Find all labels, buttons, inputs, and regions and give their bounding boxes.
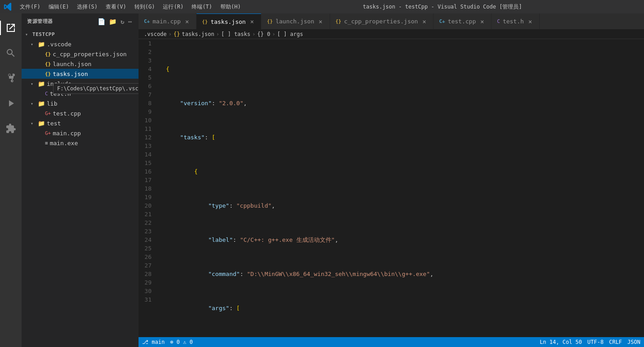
breadcrumb-sep2: ›	[216, 31, 219, 37]
collapse-icon[interactable]: ⋯	[127, 17, 133, 26]
tree-item-test-folder[interactable]: ▾ 📁 test	[22, 118, 139, 128]
ln-2: 2	[139, 48, 155, 56]
status-position[interactable]: Ln 14, Col 50	[540, 339, 582, 345]
test-folder-icon: 📁	[38, 120, 45, 127]
code-content[interactable]: { "version": "2.0.0", "tasks": [ {	[159, 39, 644, 337]
ln-25: 25	[139, 244, 155, 253]
menu-help[interactable]: 帮助(H)	[217, 1, 245, 13]
menu-select[interactable]: 选择(S)	[73, 1, 101, 13]
tab-main-cpp-icon: C+	[144, 18, 150, 24]
tab-launch-json-close[interactable]: ×	[317, 18, 324, 25]
tab-c-cpp-properties[interactable]: {} c_cpp_properties.json ×	[330, 13, 434, 29]
ln-28: 28	[139, 270, 155, 278]
menu-edit[interactable]: 编辑(E)	[45, 1, 73, 13]
breadcrumb-vscode[interactable]: .vscode	[144, 31, 167, 37]
vscode-label: .vscode	[47, 41, 72, 48]
status-branch[interactable]: ⎇ main	[142, 339, 165, 345]
root-label: TESTCPP	[32, 31, 55, 37]
tree-item-test-cpp-lib[interactable]: G+ test.cpp	[22, 108, 139, 118]
tab-test-h-close[interactable]: ×	[527, 18, 534, 25]
status-language[interactable]: JSON	[627, 339, 640, 345]
ln-23: 23	[139, 227, 155, 236]
sidebar-header: 资源管理器 📄 📁 ↻ ⋯	[22, 13, 139, 29]
menu-file[interactable]: 文件(F)	[16, 1, 44, 13]
menu-goto[interactable]: 转到(G)	[131, 1, 159, 13]
activity-search[interactable]	[0, 42, 22, 64]
tree-item-vscode[interactable]: ▾ 📁 .vscode	[22, 39, 139, 49]
ln-26: 26	[139, 253, 155, 261]
window-title: tasks.json - testCpp - Visual Studio Cod…	[245, 3, 641, 11]
tree-item-launch[interactable]: {} launch.json	[22, 59, 139, 69]
main-exe-label: main.exe	[50, 140, 78, 147]
activity-source-control[interactable]	[0, 67, 22, 89]
activity-bar	[0, 13, 22, 347]
code-editor[interactable]: 1 2 3 4 5 6 7 8 9 10 11 12 13 14 15 16 1	[139, 39, 644, 337]
tab-test-h[interactable]: C test.h ×	[492, 13, 540, 29]
activity-run-debug[interactable]	[0, 93, 22, 114]
tree-item-c-cpp-props[interactable]: {} c_cpp_properties.json	[22, 49, 139, 59]
new-file-icon[interactable]: 📄	[97, 17, 107, 26]
tab-main-cpp[interactable]: C+ main.cpp ×	[139, 13, 197, 29]
activity-extensions[interactable]	[0, 118, 22, 139]
line-numbers: 1 2 3 4 5 6 7 8 9 10 11 12 13 14 15 16 1	[139, 39, 159, 337]
ln-31: 31	[139, 295, 155, 304]
menu-run[interactable]: 运行(R)	[159, 1, 187, 13]
breadcrumb-tasks-json[interactable]: tasks.json	[182, 31, 214, 37]
tree-item-main-exe[interactable]: ≡ main.exe	[22, 138, 139, 148]
sidebar-actions[interactable]: 📄 📁 ↻ ⋯	[97, 17, 133, 26]
code-line-5: "type": "cppbuild",	[166, 201, 637, 210]
tab-test-cpp-icon: C+	[439, 18, 445, 24]
lib-folder-icon: 📁	[38, 100, 45, 107]
tree-item-test-h[interactable]: C test.h	[22, 89, 139, 98]
refresh-icon[interactable]: ↻	[120, 17, 125, 26]
status-bar-right: Ln 14, Col 50 UTF-8 CRLF JSON	[540, 339, 640, 345]
ln-27: 27	[139, 261, 155, 270]
tab-test-cpp[interactable]: C+ test.cpp ×	[434, 13, 492, 29]
test-h-icon: C	[45, 91, 48, 97]
status-eol[interactable]: CRLF	[609, 339, 622, 345]
tree-item-include[interactable]: ▾ 📁 include	[22, 79, 139, 89]
status-encoding[interactable]: UTF-8	[587, 339, 604, 345]
ln-7: 7	[139, 90, 155, 99]
tab-c-cpp-properties-icon: {}	[335, 18, 341, 24]
include-label: include	[47, 80, 72, 87]
code-line-6: "label": "C/C++: g++.exe 生成活动文件",	[166, 236, 637, 244]
ln-8: 8	[139, 99, 155, 107]
tree-item-tasks[interactable]: {} tasks.json	[22, 69, 139, 79]
file-tree: ▾ TESTCPP ▾ 📁 .vscode {} c_cpp_propertie…	[22, 29, 139, 347]
test-cpp-lib-icon: G+	[45, 111, 51, 116]
menu-view[interactable]: 查看(V)	[102, 1, 130, 13]
activity-explorer[interactable]	[0, 17, 22, 39]
new-folder-icon[interactable]: 📁	[108, 17, 118, 26]
tab-main-cpp-close[interactable]: ×	[183, 18, 191, 25]
tab-tasks-json-close[interactable]: ×	[248, 18, 255, 25]
include-arrow: ▾	[31, 81, 38, 86]
menu-terminal[interactable]: 终端(T)	[188, 1, 216, 13]
tree-item-main-cpp[interactable]: G+ main.cpp	[22, 128, 139, 138]
breadcrumb-0[interactable]: {} 0	[257, 31, 270, 37]
tab-launch-json[interactable]: {} launch.json ×	[261, 13, 330, 29]
menu-bar[interactable]: 文件(F) 编辑(E) 选择(S) 查看(V) 转到(G) 运行(R) 终端(T…	[16, 1, 245, 13]
ln-24: 24	[139, 236, 155, 244]
breadcrumb-sep3: ›	[252, 31, 255, 37]
tab-test-cpp-close[interactable]: ×	[479, 18, 486, 25]
tasks-label: tasks.json	[53, 71, 88, 77]
tab-c-cpp-properties-close[interactable]: ×	[420, 18, 428, 25]
test-folder-arrow: ▾	[31, 121, 38, 126]
ln-14: 14	[139, 150, 155, 159]
tab-tasks-json[interactable]: {} tasks.json ×	[197, 13, 262, 29]
tree-item-lib[interactable]: ▾ 📁 lib	[22, 98, 139, 108]
code-line-4: {	[166, 167, 637, 176]
breadcrumb-args[interactable]: [ ] args	[277, 31, 303, 37]
tree-root-testcpp[interactable]: ▾ TESTCPP	[22, 29, 139, 39]
ln-21: 21	[139, 210, 155, 218]
tab-tasks-json-label: tasks.json	[210, 18, 246, 25]
ln-20: 20	[139, 201, 155, 210]
vscode-folder-icon: 📁	[38, 41, 45, 48]
code-line-3: "tasks": [	[166, 133, 637, 142]
launch-label: launch.json	[53, 61, 91, 67]
vscode-arrow: ▾	[31, 42, 38, 47]
breadcrumb-tasks[interactable]: [ ] tasks	[221, 31, 250, 37]
status-errors[interactable]: ⊗ 0 ⚠ 0	[170, 339, 193, 345]
code-line-2: "version": "2.0.0",	[166, 99, 637, 107]
